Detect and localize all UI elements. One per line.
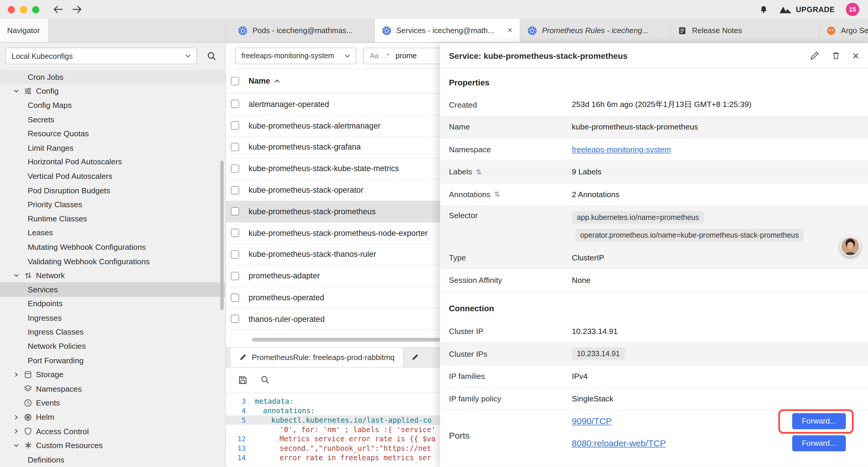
row-checkbox[interactable] xyxy=(231,272,239,280)
sidebar-item[interactable]: Storage xyxy=(0,368,225,382)
chevron-icon[interactable] xyxy=(12,87,20,95)
sidebar-item[interactable]: Custom Resources xyxy=(0,438,225,453)
row-checkbox[interactable] xyxy=(231,121,239,130)
sidebar-item[interactable]: Endpoints xyxy=(0,296,225,311)
dock-tab-partial[interactable] xyxy=(403,348,436,367)
sidebar-item[interactable]: Helm xyxy=(0,410,225,424)
document-icon xyxy=(677,26,687,35)
sidebar-item[interactable]: Config Maps xyxy=(0,98,225,112)
labels-count[interactable]: 9 Labels xyxy=(572,167,859,176)
scrollbar-thumb[interactable] xyxy=(252,338,440,342)
sidebar-item-icon xyxy=(23,271,33,280)
sidebar-item-icon xyxy=(23,412,33,422)
sidebar-item[interactable]: Runtime Classes xyxy=(0,212,225,226)
tab-release-notes[interactable]: Release Notes xyxy=(670,19,819,42)
kubeconfig-selector[interactable]: Local Kubeconfigs xyxy=(6,48,197,64)
sidebar-item[interactable]: Services xyxy=(0,282,225,296)
sidebar-item[interactable]: Vertical Pod Autoscalers xyxy=(0,169,225,183)
search-icon[interactable] xyxy=(207,51,217,61)
match-case-toggle[interactable]: Aa xyxy=(370,52,379,60)
chevron-icon[interactable] xyxy=(12,385,20,392)
type-value: ClusterIP xyxy=(572,253,859,262)
save-icon[interactable] xyxy=(238,375,248,385)
close-window-button[interactable] xyxy=(8,6,15,13)
sidebar-item[interactable]: Leases xyxy=(0,226,225,240)
annotations-count[interactable]: 2 Annotations xyxy=(572,190,859,199)
sidebar-item[interactable]: Cron Jobs xyxy=(0,70,225,84)
regex-toggle[interactable]: .* xyxy=(385,52,390,60)
sidebar-item[interactable]: Port Forwarding xyxy=(0,353,225,368)
sidebar-item[interactable]: Access Control xyxy=(0,424,225,438)
dock-tab-prometheusrule[interactable]: PrometheusRule: freeleaps-prod-rabbitmq xyxy=(231,348,403,367)
namespace-filter-dropdown[interactable]: freeleaps-monitoring-system xyxy=(235,47,356,64)
expand-annotations-icon[interactable]: ⇅ xyxy=(494,190,500,198)
search-query[interactable]: prome xyxy=(396,52,417,60)
row-checkbox[interactable] xyxy=(231,143,239,151)
sidebar-item[interactable]: Validating Webhook Configurations xyxy=(0,254,225,268)
sidebar-item[interactable]: Network xyxy=(0,268,225,282)
sidebar-item[interactable]: Mutating Webhook Configurations xyxy=(0,240,225,254)
sidebar-item[interactable]: Limit Ranges xyxy=(0,141,225,155)
notification-count-badge[interactable]: 15 xyxy=(846,3,859,16)
presenter-avatar[interactable] xyxy=(840,236,860,256)
connection-section-title: Connection xyxy=(440,296,868,320)
sidebar-item[interactable]: Resource Quotas xyxy=(0,126,225,141)
row-checkbox[interactable] xyxy=(231,293,239,301)
sidebar-item[interactable]: Ingresses xyxy=(0,311,225,325)
port-link[interactable]: 9090/TCP xyxy=(572,416,612,426)
upgrade-button[interactable]: UPGRADE xyxy=(779,5,835,13)
sidebar-item[interactable]: Ingress Classes xyxy=(0,325,225,339)
properties-section-title: Properties xyxy=(440,71,868,94)
minimize-window-button[interactable] xyxy=(20,6,27,13)
sidebar-item[interactable]: Horizontal Pod Autoscalers xyxy=(0,155,225,169)
row-checkbox[interactable] xyxy=(231,229,239,237)
chevron-icon[interactable] xyxy=(12,413,20,421)
navigator-header-tab[interactable]: Navigator xyxy=(0,19,49,42)
sidebar-item[interactable]: Definitions xyxy=(0,453,225,467)
sidebar-item[interactable]: Config xyxy=(0,84,225,98)
forward-button[interactable]: Forward... xyxy=(792,413,846,429)
row-checkbox[interactable] xyxy=(231,100,239,108)
port-link[interactable]: 8080:reloader-web/TCP xyxy=(572,438,666,448)
notifications-bell-icon[interactable] xyxy=(759,5,768,14)
ip-family-policy-value: SingleStack xyxy=(572,394,859,403)
delete-trash-icon[interactable] xyxy=(831,51,840,60)
forward-button[interactable]: Forward... xyxy=(792,435,846,451)
expand-labels-icon[interactable]: ⇅ xyxy=(476,168,482,176)
tab-services[interactable]: Services - icecheng@math... × xyxy=(375,19,521,42)
sidebar-item-label: Events xyxy=(36,399,60,407)
line-code: '0', for: 'nm' ; labels :{ 'service' :' xyxy=(279,425,448,434)
tab-pods[interactable]: Pods - icecheng@mathmas... xyxy=(231,19,375,42)
chevron-icon[interactable] xyxy=(12,428,20,435)
tab-argo[interactable]: Argo Se xyxy=(819,19,868,42)
property-label: IP families xyxy=(449,372,572,381)
row-checkbox[interactable] xyxy=(231,186,239,194)
sidebar-scrollbar[interactable] xyxy=(220,160,224,310)
sidebar-item[interactable]: Namespaces xyxy=(0,382,225,396)
back-icon[interactable] xyxy=(53,6,63,13)
maximize-window-button[interactable] xyxy=(32,6,39,13)
namespace-link[interactable]: freeleaps-monitoring-system xyxy=(572,145,671,154)
tab-prometheus-rules[interactable]: Prometheus Rules - icecheng... xyxy=(520,19,670,42)
close-icon[interactable]: × xyxy=(852,50,859,61)
forward-icon[interactable] xyxy=(72,6,82,13)
chevron-icon[interactable] xyxy=(12,371,20,378)
edit-pencil-icon[interactable] xyxy=(810,51,819,60)
search-icon[interactable] xyxy=(261,376,270,384)
select-all-checkbox[interactable] xyxy=(231,77,239,85)
sidebar-item[interactable]: Network Policies xyxy=(0,339,225,353)
row-checkbox[interactable] xyxy=(231,207,239,215)
sidebar-item[interactable]: Secrets xyxy=(0,112,225,126)
sidebar-item[interactable]: Events xyxy=(0,396,225,410)
row-checkbox[interactable] xyxy=(231,164,239,173)
chevron-icon[interactable] xyxy=(12,442,20,449)
chevron-icon[interactable] xyxy=(12,271,20,279)
row-checkbox[interactable] xyxy=(231,250,239,259)
chevron-icon[interactable] xyxy=(12,399,20,407)
row-checkbox[interactable] xyxy=(231,315,239,323)
name-column-header[interactable]: Name xyxy=(248,77,280,85)
dock-tab-label: PrometheusRule: freeleaps-prod-rabbitmq xyxy=(252,353,395,361)
sidebar-item[interactable]: Priority Classes xyxy=(0,198,225,212)
close-tab-icon[interactable]: × xyxy=(507,25,513,35)
sidebar-item[interactable]: Pod Disruption Budgets xyxy=(0,183,225,198)
